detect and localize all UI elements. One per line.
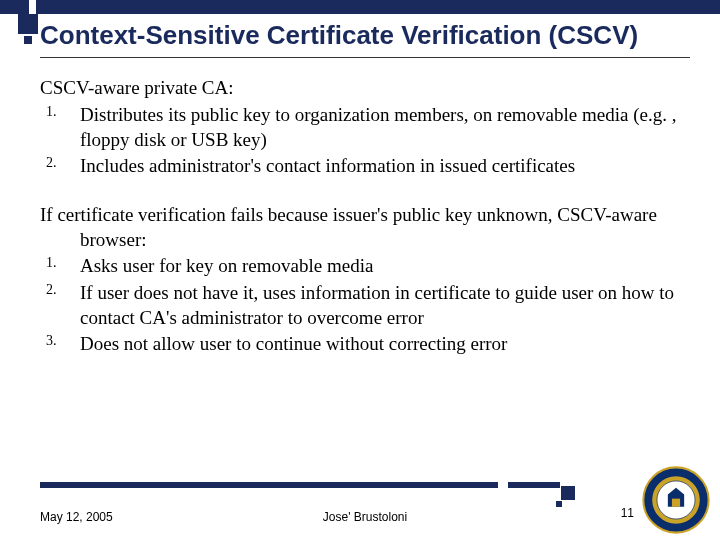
section2-intro: If certificate verification fails becaus… [40, 203, 690, 252]
list-item: 2.If user does not have it, uses informa… [80, 281, 690, 330]
list-item: 1.Distributes its public key to organiza… [80, 103, 690, 152]
university-seal-icon [642, 466, 710, 534]
slide-title: Context-Sensitive Certificate Verificati… [40, 20, 690, 58]
list-text: Does not allow user to continue without … [80, 333, 507, 354]
list-text: If user does not have it, uses informati… [80, 282, 674, 328]
list-number: 2. [46, 154, 57, 172]
list-text: Distributes its public key to organizati… [80, 104, 676, 150]
list-item: 1.Asks user for key on removable media [80, 254, 690, 279]
bottom-accent-bar [40, 482, 560, 488]
section-private-ca: CSCV-aware private CA: 1.Distributes its… [40, 76, 690, 179]
svg-rect-3 [672, 499, 680, 507]
section2-list: 1.Asks user for key on removable media 2… [40, 254, 690, 357]
bottom-accent-square-large [561, 486, 575, 500]
list-number: 2. [46, 281, 57, 299]
bottom-accent-square-small [556, 501, 562, 507]
list-number: 1. [46, 103, 57, 121]
slide-content: Context-Sensitive Certificate Verificati… [40, 20, 690, 381]
top-accent-square-large [18, 14, 38, 34]
section1-intro: CSCV-aware private CA: [40, 76, 690, 101]
list-text: Asks user for key on removable media [80, 255, 373, 276]
footer-author: Jose' Brustoloni [323, 510, 407, 524]
section-browser: If certificate verification fails becaus… [40, 203, 690, 357]
top-accent-bar [0, 0, 720, 14]
page-number: 11 [621, 506, 634, 520]
top-accent-square-small [24, 36, 32, 44]
list-text: Includes administrator's contact informa… [80, 155, 575, 176]
section1-list: 1.Distributes its public key to organiza… [40, 103, 690, 179]
list-item: 3.Does not allow user to continue withou… [80, 332, 690, 357]
list-item: 2.Includes administrator's contact infor… [80, 154, 690, 179]
footer-date: May 12, 2005 [40, 510, 113, 524]
list-number: 1. [46, 254, 57, 272]
slide-footer: May 12, 2005 Jose' Brustoloni [40, 510, 690, 524]
list-number: 3. [46, 332, 57, 350]
